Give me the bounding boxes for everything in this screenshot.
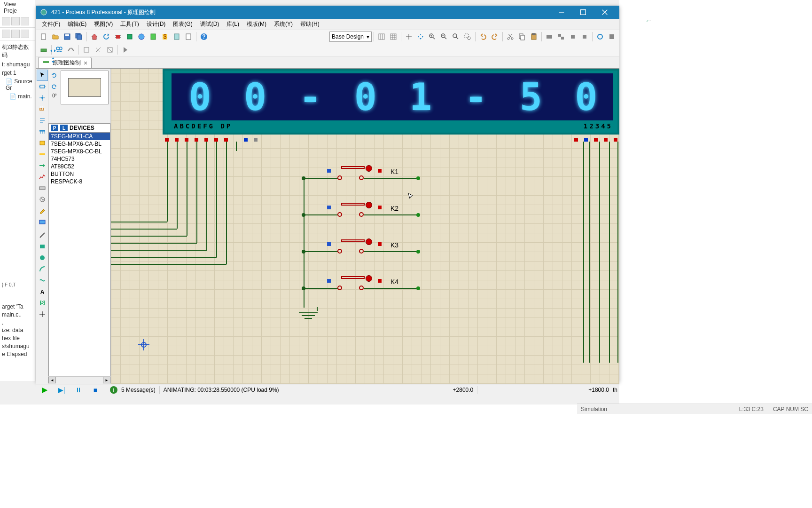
grid-dots-button[interactable] bbox=[388, 31, 399, 42]
devices-list[interactable]: 7SEG-MPX1-CA 7SEG-MPX6-CA-BL 7SEG-MPX8-C… bbox=[48, 133, 110, 376]
bus-mode-button[interactable] bbox=[37, 126, 48, 137]
wire[interactable] bbox=[196, 142, 197, 243]
text-button[interactable]: A bbox=[37, 286, 48, 297]
wire[interactable] bbox=[304, 177, 304, 308]
junction-mode-button[interactable] bbox=[37, 92, 48, 103]
block-move-button[interactable] bbox=[555, 31, 567, 42]
menu-design[interactable]: 设计(D) bbox=[143, 19, 170, 29]
pick-from-library-button[interactable]: P bbox=[51, 125, 58, 131]
wire[interactable] bbox=[111, 222, 167, 222]
library-manager-button[interactable]: L bbox=[60, 125, 68, 131]
wire[interactable] bbox=[599, 142, 600, 363]
design-combo[interactable]: Base Design▾ bbox=[329, 32, 372, 42]
subcircuit-mode-button[interactable] bbox=[37, 137, 48, 149]
zoom-fit-button[interactable] bbox=[450, 31, 461, 42]
close-button[interactable] bbox=[594, 6, 616, 19]
dollar-icon[interactable]: $ bbox=[159, 31, 171, 42]
graph-mode-button[interactable] bbox=[37, 171, 48, 183]
circle-button[interactable] bbox=[37, 252, 48, 263]
menu-help[interactable]: 帮助(H) bbox=[297, 19, 323, 29]
rectangle-button[interactable] bbox=[37, 241, 48, 252]
button-k4[interactable]: K4 bbox=[304, 275, 421, 294]
pick-button[interactable] bbox=[594, 31, 606, 42]
button-k3[interactable]: K3 bbox=[304, 238, 421, 257]
rotate-cw-button[interactable] bbox=[49, 71, 59, 80]
block-rotate-button[interactable] bbox=[567, 31, 578, 42]
device-item[interactable]: 7SEG-MPX1-CA bbox=[49, 133, 110, 140]
home-button[interactable] bbox=[89, 31, 100, 42]
sim-step-button[interactable]: ▶| bbox=[55, 385, 68, 395]
arc-button[interactable] bbox=[37, 263, 48, 275]
marker-button[interactable] bbox=[37, 309, 48, 320]
decompose-button[interactable] bbox=[93, 44, 104, 56]
wire[interactable] bbox=[167, 142, 168, 222]
menu-tools[interactable]: 工具(T) bbox=[117, 19, 142, 29]
wire[interactable] bbox=[617, 142, 618, 363]
menu-system[interactable]: 系统(Y) bbox=[270, 19, 297, 29]
make-device-button[interactable] bbox=[81, 44, 92, 56]
device-item[interactable]: 7SEG-MPX8-CC-BL bbox=[49, 148, 110, 155]
button-k1[interactable]: K1 bbox=[304, 165, 421, 184]
label-mode-button[interactable]: LBL bbox=[37, 103, 48, 115]
zoom-in-button[interactable] bbox=[427, 31, 438, 42]
3d-icon[interactable] bbox=[136, 31, 147, 42]
help-button[interactable]: ? bbox=[198, 31, 210, 42]
sim-play-button[interactable]: ▶ bbox=[38, 385, 51, 395]
undo-button[interactable] bbox=[477, 31, 489, 42]
pan-button[interactable] bbox=[415, 31, 426, 42]
redo-button[interactable] bbox=[489, 31, 500, 42]
wire[interactable] bbox=[216, 142, 217, 257]
device-item[interactable]: 7SEG-MPX6-CA-BL bbox=[49, 140, 110, 148]
titlebar[interactable]: 421 - Proteus 8 Professional - 原理图绘制 bbox=[36, 6, 619, 19]
tape-mode-button[interactable] bbox=[37, 183, 48, 194]
line-button[interactable] bbox=[37, 230, 48, 241]
device-item[interactable]: AT89C52 bbox=[49, 163, 110, 170]
list-scrollbar[interactable]: ◄► bbox=[48, 376, 110, 384]
wire[interactable] bbox=[589, 142, 590, 363]
symbol-button[interactable]: S bbox=[37, 297, 48, 309]
menu-library[interactable]: 库(L) bbox=[223, 19, 243, 29]
compile-button[interactable] bbox=[120, 44, 131, 56]
block-delete-button[interactable] bbox=[579, 31, 590, 42]
zoom-area-button[interactable] bbox=[462, 31, 473, 42]
wire[interactable] bbox=[187, 142, 187, 236]
menu-chart[interactable]: 图表(G) bbox=[169, 19, 196, 29]
save-button[interactable] bbox=[62, 31, 73, 42]
new-file-button[interactable] bbox=[38, 31, 49, 42]
component-mode-button[interactable] bbox=[37, 81, 48, 92]
wire[interactable] bbox=[111, 229, 177, 230]
schematic-canvas[interactable]: 0 0 - 0 1 - 5 0 ABCDEFG DP 12345 bbox=[111, 69, 619, 384]
ground-symbol[interactable] bbox=[299, 309, 318, 319]
page-icon[interactable] bbox=[171, 31, 182, 42]
sim-stop-button[interactable]: ■ bbox=[89, 385, 102, 395]
refresh-button[interactable] bbox=[101, 31, 112, 42]
selection-mode-button[interactable] bbox=[37, 70, 48, 81]
device-item[interactable]: BUTTON bbox=[49, 170, 110, 178]
device-item[interactable]: RESPACK-8 bbox=[49, 178, 110, 185]
wire[interactable] bbox=[111, 257, 217, 258]
package-mode-button[interactable] bbox=[38, 44, 49, 56]
save-all-button[interactable] bbox=[73, 31, 85, 42]
menu-file[interactable]: 文件(F) bbox=[38, 19, 64, 29]
pcb-icon[interactable] bbox=[124, 31, 135, 42]
message-count[interactable]: 5 Message(s) bbox=[121, 387, 156, 393]
menu-edit[interactable]: 编辑(E) bbox=[64, 19, 90, 29]
flip-vertical-button[interactable] bbox=[49, 56, 59, 64]
seven-segment-display[interactable]: 0 0 - 0 1 - 5 0 ABCDEFG DP 12345 bbox=[163, 69, 619, 135]
flip-horizontal-button[interactable] bbox=[49, 47, 59, 55]
wire[interactable] bbox=[177, 142, 178, 229]
open-file-button[interactable] bbox=[50, 31, 61, 42]
wire[interactable] bbox=[226, 142, 227, 264]
doc-icon[interactable] bbox=[183, 31, 194, 42]
overview-panel[interactable] bbox=[61, 71, 109, 104]
center-button[interactable] bbox=[403, 31, 414, 42]
wire[interactable] bbox=[111, 264, 226, 265]
generator-mode-button[interactable] bbox=[37, 194, 48, 205]
wire[interactable] bbox=[583, 142, 584, 363]
wire[interactable] bbox=[609, 142, 610, 363]
place-button[interactable] bbox=[606, 31, 617, 42]
menu-debug[interactable]: 调试(D) bbox=[196, 19, 223, 29]
terminal-mode-button[interactable] bbox=[37, 149, 48, 160]
cut-button[interactable] bbox=[505, 31, 516, 42]
rotate-ccw-button[interactable] bbox=[49, 82, 59, 91]
